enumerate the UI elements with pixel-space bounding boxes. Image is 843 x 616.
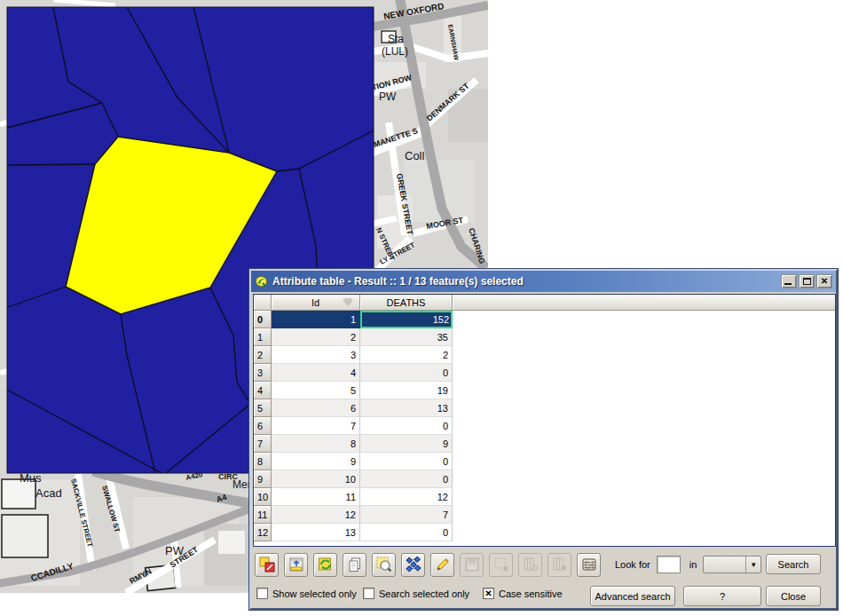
cell-id[interactable]: 8 [272, 435, 360, 453]
cell-id[interactable]: 5 [272, 382, 360, 399]
row-header[interactable]: 7 [254, 435, 272, 453]
attribute-table-toolbar: Look for in ▼ Search [255, 552, 832, 577]
combo-dropdown-button[interactable]: ▼ [745, 557, 760, 573]
row-header[interactable]: 9 [254, 470, 272, 488]
field-combo[interactable]: ▼ [703, 556, 761, 573]
cell-deaths[interactable]: 13 [360, 399, 453, 417]
label-mer: Mer [232, 478, 251, 491]
cell-deaths[interactable]: 2 [360, 346, 453, 364]
advanced-search-button[interactable]: Advanced search [590, 586, 675, 606]
cell-deaths-current[interactable]: 152 [360, 311, 453, 328]
toggle-editing-button[interactable] [430, 553, 454, 577]
cell-id[interactable]: 13 [272, 524, 360, 541]
cell-deaths[interactable]: 7 [360, 506, 453, 524]
cell-deaths[interactable]: 35 [360, 328, 453, 346]
row-header[interactable]: 12 [254, 524, 272, 541]
table-row[interactable]: 2 3 2 [254, 346, 835, 364]
row-header[interactable]: 5 [254, 399, 272, 417]
cell-deaths[interactable]: 0 [360, 524, 453, 541]
cell-id[interactable]: 1 [272, 311, 360, 328]
new-column-button[interactable] [518, 553, 542, 577]
corner-header[interactable] [254, 295, 272, 311]
table-row[interactable]: 1 2 35 [254, 328, 835, 346]
table-row[interactable]: 3 4 0 [254, 364, 835, 382]
help-button[interactable]: ? [683, 586, 761, 606]
cell-id[interactable]: 2 [272, 328, 360, 346]
checkbox-box[interactable] [363, 588, 374, 599]
new-column-icon [523, 557, 539, 573]
row-header[interactable]: 6 [254, 417, 272, 435]
row-header[interactable]: 2 [254, 346, 272, 364]
table-row[interactable]: 11 12 7 [254, 506, 835, 524]
cell-id[interactable]: 4 [272, 364, 360, 382]
table-row[interactable]: 9 10 0 [254, 470, 835, 488]
table-row[interactable]: 6 7 0 [254, 417, 835, 435]
table-row[interactable]: 5 6 13 [254, 399, 835, 417]
header-filler [453, 295, 835, 311]
delete-selected-button[interactable] [489, 553, 513, 577]
column-header-id-label: Id [311, 297, 319, 308]
attribute-table-window: Attribute table - Result :: 1 / 13 featu… [249, 269, 838, 610]
close-icon: ✕ [821, 277, 828, 286]
pan-to-selection-button[interactable] [401, 553, 425, 577]
cell-id[interactable]: 12 [272, 506, 360, 524]
label-sta: Sta [388, 33, 404, 45]
cell-deaths[interactable]: 0 [360, 453, 453, 470]
column-header-deaths[interactable]: DEATHS [360, 295, 453, 311]
window-titlebar[interactable]: Attribute table - Result :: 1 / 13 featu… [251, 271, 836, 292]
row-header[interactable]: 0 [254, 311, 272, 328]
cell-id[interactable]: 9 [272, 453, 360, 470]
table-row[interactable]: 4 5 19 [254, 382, 835, 399]
cell-deaths[interactable]: 12 [360, 488, 453, 506]
copy-selected-rows-button[interactable] [343, 553, 366, 577]
table-row[interactable]: 0 1 152 [254, 311, 835, 328]
delete-column-button[interactable] [548, 553, 571, 577]
cell-deaths[interactable]: 0 [360, 364, 453, 382]
row-header[interactable]: 1 [254, 328, 272, 346]
table-row[interactable]: 10 11 12 [254, 488, 835, 506]
row-header[interactable]: 10 [254, 488, 272, 506]
table-row[interactable]: 12 13 0 [254, 524, 835, 541]
close-window-button[interactable]: ✕ [816, 274, 832, 288]
row-header[interactable]: 8 [254, 453, 272, 470]
row-header[interactable]: 11 [254, 506, 272, 524]
cell-deaths[interactable]: 0 [360, 417, 453, 435]
cell-deaths[interactable]: 0 [360, 470, 453, 488]
look-for-label: Look for [615, 559, 650, 570]
zoom-to-selection-button[interactable] [372, 553, 396, 577]
move-selection-to-top-button[interactable] [284, 553, 308, 577]
cell-deaths[interactable]: 19 [360, 382, 453, 399]
qgis-workspace: NEW OXFORD EARNSHAW Sta (LUL) TION ROW P… [0, 0, 843, 616]
show-selected-only-checkbox[interactable]: Show selected only [256, 588, 357, 599]
pan-to-selection-icon [406, 557, 422, 573]
unselect-all-icon [259, 557, 275, 573]
cell-id[interactable]: 11 [272, 488, 360, 506]
look-for-input[interactable] [657, 556, 681, 573]
maximize-button[interactable] [799, 274, 815, 288]
cell-id[interactable]: 7 [272, 417, 360, 435]
column-header-id[interactable]: Id [272, 295, 360, 311]
row-header[interactable]: 4 [254, 382, 272, 399]
cell-id[interactable]: 10 [272, 470, 360, 488]
minimize-button[interactable] [781, 274, 797, 288]
unselect-all-button[interactable] [255, 553, 279, 577]
pencil-icon [435, 557, 451, 573]
save-edits-button[interactable] [460, 553, 484, 577]
attribute-table: Id DEATHS 0 1 152 1 2 35 2 3 [253, 294, 836, 547]
search-selected-only-checkbox[interactable]: Search selected only [363, 588, 469, 599]
table-row[interactable]: 7 8 9 [254, 435, 835, 453]
cell-id[interactable]: 6 [272, 399, 360, 417]
row-header[interactable]: 3 [254, 364, 272, 382]
search-button[interactable]: Search [766, 554, 821, 574]
field-calculator-button[interactable] [577, 553, 601, 577]
cell-id[interactable]: 3 [272, 346, 360, 364]
checkbox-box[interactable] [256, 588, 268, 599]
case-sensitive-checkbox[interactable]: ✕ Case sensitive [483, 588, 563, 599]
invert-selection-button[interactable] [313, 553, 337, 577]
abacus-icon [581, 557, 597, 573]
table-row[interactable]: 8 9 0 [254, 453, 835, 470]
close-button[interactable]: Close [766, 586, 821, 606]
cell-deaths[interactable]: 9 [360, 435, 453, 453]
checkbox-box-checked[interactable]: ✕ [483, 588, 494, 599]
minimize-icon [784, 283, 792, 285]
